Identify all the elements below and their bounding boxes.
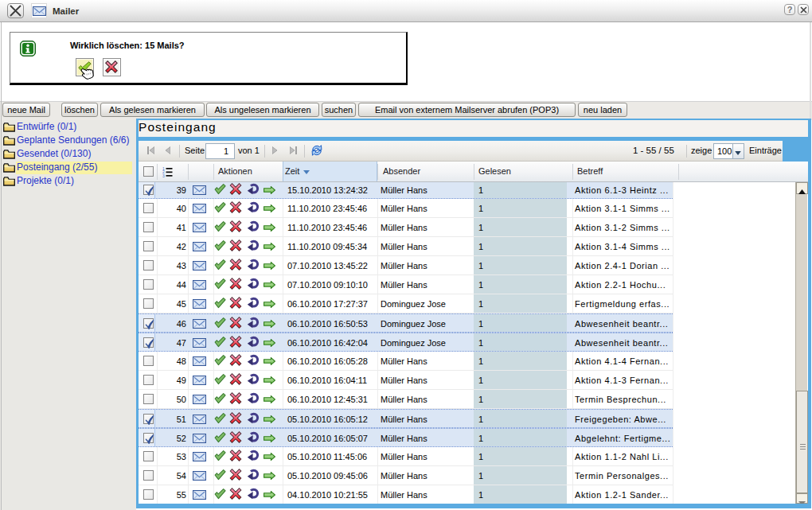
svg-text:3: 3 xyxy=(162,173,165,177)
